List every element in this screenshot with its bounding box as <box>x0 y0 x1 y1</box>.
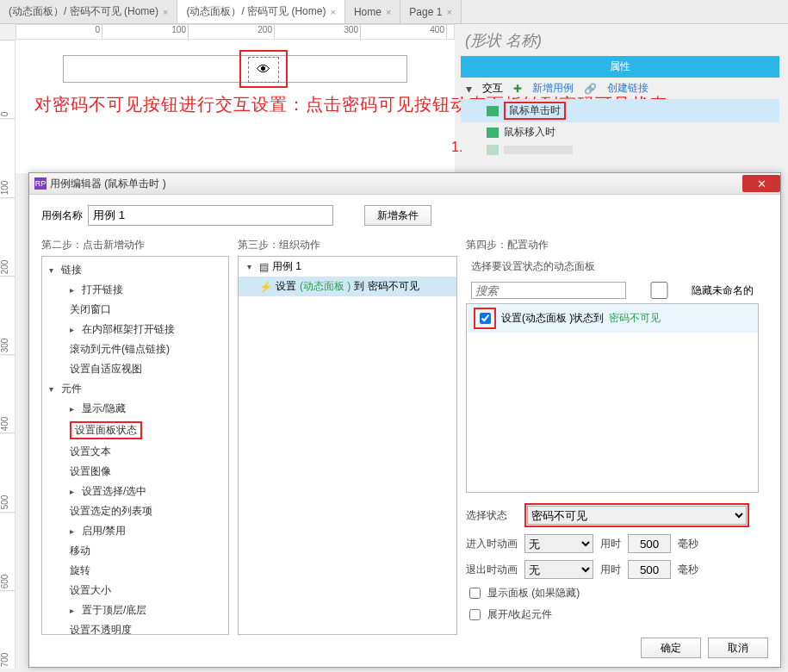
close-icon[interactable]: × <box>330 7 335 17</box>
expand-icon[interactable]: ▾ <box>466 82 472 96</box>
config-header: 选择要设置状态的动态面板 <box>466 256 759 277</box>
hide-unnamed-label: 隐藏未命名的 <box>692 283 754 298</box>
tree-close-window[interactable]: 关闭窗口 <box>70 302 111 317</box>
close-icon[interactable]: × <box>163 7 168 17</box>
tab-visible[interactable]: (动态面板）/ 密码可见 (Home)× <box>177 0 344 23</box>
highlight-1: 👁 <box>239 50 288 88</box>
state-label: 选择状态 <box>466 508 518 523</box>
expand-collapse-label: 展开/收起元件 <box>487 607 552 622</box>
anim-in-time[interactable] <box>628 534 671 553</box>
tree-set-list[interactable]: 设置选定的列表项 <box>70 504 152 519</box>
tab-label: Home <box>354 6 382 18</box>
panel-select-box[interactable]: 设置(动态面板 )状态到 密码不可见 <box>466 303 759 493</box>
expand-collapse-checkbox[interactable] <box>469 609 481 620</box>
show-if-hidden-label: 显示面板 (如果隐藏) <box>487 586 580 600</box>
close-icon[interactable]: × <box>386 7 391 17</box>
tree-move[interactable]: 移动 <box>70 544 90 558</box>
anim-out-label: 退出时动画 <box>466 563 518 577</box>
close-icon[interactable]: × <box>446 7 451 17</box>
event-hover[interactable]: 鼠标移入时 <box>461 122 779 142</box>
tree-set-image[interactable]: 设置图像 <box>70 464 111 479</box>
dialog-title: 用例编辑器 (鼠标单击时 ) <box>50 177 166 191</box>
tree-opacity[interactable]: 设置不透明度 <box>70 623 132 635</box>
tree-open-frame[interactable]: 在内部框架打开链接 <box>82 322 175 337</box>
tree-cat-widgets[interactable]: 元件 <box>61 382 82 396</box>
ok-button[interactable]: 确定 <box>641 638 701 658</box>
text-field-widget[interactable] <box>63 55 407 83</box>
case-node[interactable]: 用例 1 <box>272 259 301 274</box>
properties-header[interactable]: 属性 <box>461 56 779 78</box>
anim-in-label: 进入时动画 <box>466 537 518 551</box>
tree-front[interactable]: 置于顶层/底层 <box>82 603 146 618</box>
tab-label: (动态面板）/ 密码可见 (Home) <box>186 4 326 19</box>
case-name-input[interactable] <box>88 205 333 226</box>
tree-set-text[interactable]: 设置文本 <box>70 445 111 459</box>
step3-title: 第三步：组织动作 <box>238 238 457 252</box>
hide-unnamed-checkbox[interactable] <box>633 282 686 299</box>
tree-enable[interactable]: 启用/禁用 <box>82 524 126 538</box>
state-select[interactable]: 密码不可见 <box>527 506 747 525</box>
tree-set-selected[interactable]: 设置选择/选中 <box>82 484 146 499</box>
event-icon <box>487 145 499 155</box>
step2-title: 第二步：点击新增动作 <box>41 238 229 252</box>
panel-checkbox[interactable] <box>480 313 491 324</box>
tree-cat-links[interactable]: 链接 <box>61 263 82 277</box>
time-label: 用时 <box>600 537 621 551</box>
show-if-hidden-checkbox[interactable] <box>469 588 481 599</box>
actions-tree[interactable]: ▾链接 ▸打开链接 关闭窗口 ▸在内部框架打开链接 滚动到元件(锚点链接) 设置… <box>41 256 229 635</box>
organize-actions[interactable]: ▾▤用例 1 ⚡ 设置 (动态面板 ) 到 密码不可见 <box>238 256 457 635</box>
search-input[interactable] <box>471 282 626 299</box>
event-blur[interactable] <box>461 142 779 158</box>
interactions-title: 交互 <box>482 81 503 96</box>
close-icon[interactable]: ✕ <box>742 175 780 192</box>
tree-set-panel-state[interactable]: 设置面板状态 <box>70 421 142 439</box>
step4-title: 第四步：配置动作 <box>466 238 759 252</box>
panel-row[interactable]: 设置(动态面板 )状态到 密码不可见 <box>467 304 758 333</box>
tab-label: Page 1 <box>409 6 442 18</box>
action-node[interactable]: ⚡ 设置 (动态面板 ) 到 密码不可见 <box>239 277 456 296</box>
annotation-1: 1. <box>451 140 462 155</box>
event-label: 鼠标移入时 <box>504 125 555 140</box>
anim-in-select[interactable]: 无 <box>524 534 593 553</box>
tab-bar: (动态面板）/ 密码不可见 (Home)× (动态面板）/ 密码可见 (Home… <box>0 0 788 24</box>
anim-out-select[interactable]: 无 <box>524 560 593 579</box>
tab-page1[interactable]: Page 1× <box>400 0 461 23</box>
event-icon <box>487 106 499 116</box>
dialog-header[interactable]: RP用例编辑器 (鼠标单击时 ) ✕ <box>29 173 780 195</box>
event-icon <box>487 128 499 138</box>
create-link[interactable]: 创建链接 <box>607 81 648 96</box>
tab-invisible[interactable]: (动态面板）/ 密码不可见 (Home)× <box>0 0 177 23</box>
app-icon: RP <box>34 177 47 190</box>
case-name-label: 用例名称 <box>41 208 83 223</box>
tree-scroll[interactable]: 滚动到元件(锚点链接) <box>70 342 170 357</box>
tree-resize[interactable]: 设置大小 <box>70 583 111 598</box>
ruler-vertical: 0100200300400500600700 <box>0 40 16 669</box>
add-case-link[interactable]: 新增用例 <box>532 81 574 96</box>
tab-label: (动态面板）/ 密码不可见 (Home) <box>9 4 158 19</box>
case-editor-dialog: RP用例编辑器 (鼠标单击时 ) ✕ 用例名称 新增条件 第二步：点击新增动作 … <box>28 172 781 668</box>
shape-name-field[interactable]: (形状 名称) <box>465 30 542 51</box>
lightning-icon: ⚡ <box>259 281 272 293</box>
tree-rotate[interactable]: 旋转 <box>70 563 90 578</box>
cancel-button[interactable]: 取消 <box>708 638 768 658</box>
anim-out-time[interactable] <box>628 560 671 579</box>
event-click[interactable]: 鼠标单击时 <box>461 99 779 122</box>
tree-open-link[interactable]: 打开链接 <box>82 283 123 297</box>
event-label: 鼠标单击时 <box>504 102 566 120</box>
tree-show-hide[interactable]: 显示/隐藏 <box>82 401 126 416</box>
eye-icon[interactable]: 👁 <box>248 57 279 83</box>
ruler-horizontal: 0100200300400 <box>16 24 455 40</box>
interactions-panel: ▾ 交互 ✚ 新增用例 🔗 创建链接 鼠标单击时 鼠标移入时 <box>461 78 779 158</box>
tree-adaptive[interactable]: 设置自适应视图 <box>70 362 142 376</box>
tab-home[interactable]: Home× <box>345 0 400 23</box>
add-condition-button[interactable]: 新增条件 <box>364 205 431 226</box>
